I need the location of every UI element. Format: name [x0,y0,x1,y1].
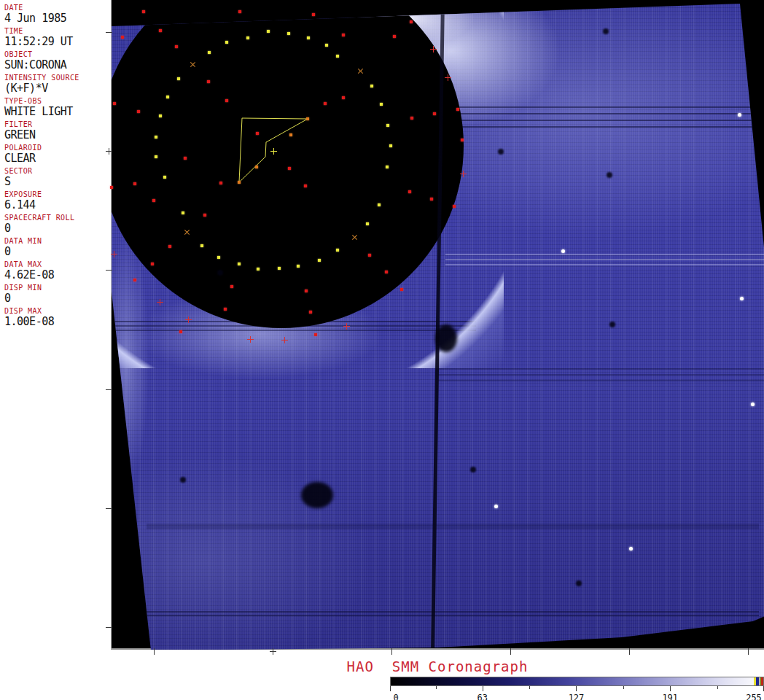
dust-spot [217,270,223,276]
meta-row: DISP MIN0 [4,284,110,305]
colorbar-tick [390,686,391,691]
meta-value: (K+F)*V [4,82,110,95]
yellow-fiducial-dot [307,36,310,39]
meta-row: OBJECTSUN:CORONA [4,50,110,71]
left-axis-tick [106,627,112,628]
red-fiducial-dot [151,262,154,265]
yellow-fiducial-dot [257,268,260,271]
yellow-fiducial-dot [380,103,383,106]
bottom-axis-tick [391,648,392,655]
meta-label: DATA MIN [4,237,110,246]
yellow-fiducial-dot [208,51,211,54]
meta-row: DATA MAX4.62E-08 [4,260,110,281]
red-fiducial-dot [137,110,140,113]
yellow-fiducial-dot [182,211,184,214]
dust-spot [180,477,186,483]
dust-spot [603,28,609,34]
red-fiducial-dot [408,190,411,193]
meta-label: DISP MIN [4,284,110,292]
red-cross-marker [445,74,451,81]
red-fiducial-dot [224,308,227,311]
star-dot [751,402,755,406]
colorbar-tick [576,686,577,691]
left-axis-tick [106,270,112,271]
overlay-svg [112,0,764,650]
star-dot [738,113,741,117]
metadata-sidebar: DATE4 Jun 1985TIME11:52:29 UTOBJECTSUN:C… [0,0,110,700]
meta-value: 1.00E-08 [4,316,110,328]
red-fiducial-dot [288,167,291,170]
red-fiducial-dot [184,157,187,160]
yellow-fiducial-dot [366,222,369,225]
meta-row: DATA MIN0 [4,237,110,258]
red-fiducial-dot [142,10,145,13]
meta-value: 4 Jun 1985 [4,12,110,25]
colorbar-ticks: 063127191255 [390,677,764,699]
star-dot [561,249,565,253]
red-fiducial-dot [368,254,371,257]
meta-row: TIME11:52:29 UT [4,27,110,48]
red-fiducial-dot [342,34,345,36]
red-fiducial-dot [410,117,413,120]
colorbar-minor-tick [717,686,718,689]
yellow-fiducial-dot [246,36,249,39]
colorbar-tick-label: 63 [478,693,488,700]
colorbar-minor-tick [623,686,624,689]
red-fiducial-dot [312,13,315,16]
red-fiducial-dot [175,45,178,48]
meta-value: 0 [4,292,110,305]
red-fiducial-dot [230,285,233,288]
yellow-fiducial-dot [155,136,157,139]
meta-label: SPACECRAFT ROLL [4,214,110,222]
red-cross-marker [430,46,437,52]
meta-value: 11:52:29 UT [4,36,110,48]
meta-row: INTENSITY SOURCE(K+F)*V [4,74,110,95]
star-dot [494,505,498,508]
red-fiducial-dot [305,289,308,292]
colorbar-tick [483,686,483,691]
meta-row: DATE4 Jun 1985 [4,4,110,25]
meta-row: SPACECRAFT ROLL0 [4,214,110,235]
left-axis-tick [106,389,112,390]
yellow-fiducial-dot [217,256,220,259]
red-fiducial-dot [133,279,136,281]
red-fiducial-dot [110,186,113,189]
yellow-fiducial-dot [267,30,270,33]
red-fiducial-dot [309,311,312,314]
red-fiducial-dot [324,102,327,105]
orange-vertex-dot [238,181,241,184]
bottom-axis-tick [273,648,273,655]
meta-value: CLEAR [4,152,110,165]
meta-value: SUN:CORONA [4,59,110,71]
red-cross-marker [281,337,288,343]
red-fiducial-dot [133,182,136,185]
dust-spot [609,322,615,327]
colorbar-minor-tick [529,686,530,689]
orange-vertex-dot [289,133,292,136]
red-fiducial-dot [152,199,155,202]
yellow-fiducial-dot [177,77,180,80]
red-fiducial-dot [219,182,222,184]
yellow-plus-marker [270,148,277,155]
orange-vertex-dot [255,166,258,168]
yellow-fiducial-dot [159,114,162,117]
dust-spot [470,467,476,472]
red-fiducial-dot [410,20,413,23]
yellow-fiducial-dot [325,44,328,47]
yellow-fiducial-dot [163,176,166,179]
red-fiducial-dot [453,205,456,208]
coronagraph-image-frame [111,0,764,650]
yellow-fiducial-dot [297,265,300,268]
colorbar-tick-label: 0 [393,693,398,700]
yellow-fiducial-dot [238,262,241,265]
red-cross-marker [247,336,254,343]
meta-value: S [4,176,110,188]
meta-row: SECTORS [4,167,110,188]
yellow-fiducial-dot [287,32,290,35]
yellow-fiducial-dot [370,85,373,88]
yellow-fiducial-dot [389,144,392,147]
yellow-fiducial-dot [378,203,381,206]
red-cross-marker [157,299,163,306]
coronagraph-viewer: { "sidebar": { "rows": [ {"label": "DATE… [0,0,764,700]
bottom-axis-tick [629,648,630,655]
